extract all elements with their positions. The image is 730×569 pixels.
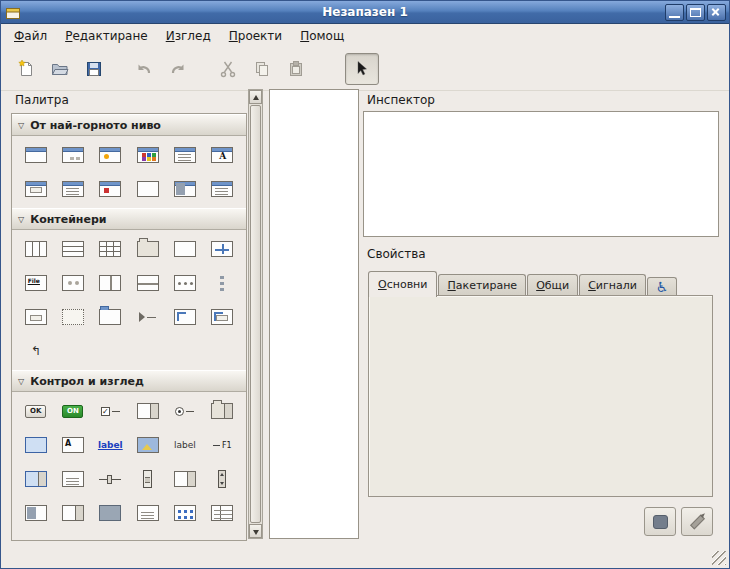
palette-item-aspect-frame[interactable] <box>205 306 239 328</box>
spin-button-icon <box>174 471 196 487</box>
tree-view-icon <box>211 505 233 521</box>
maximize-button[interactable] <box>686 4 705 21</box>
palette-item-scrolled-window[interactable] <box>56 306 90 328</box>
palette-item-tree-view[interactable] <box>205 502 239 524</box>
properties-actions <box>644 507 713 536</box>
palette-item-vbuttonbox[interactable] <box>205 272 239 294</box>
palette-item-handle-box[interactable] <box>131 306 165 328</box>
minimize-button[interactable] <box>665 4 684 21</box>
palette-item-alignment[interactable] <box>168 306 202 328</box>
palette-item-button[interactable]: OK <box>19 400 53 422</box>
palette-item-link-button[interactable]: label <box>93 434 127 456</box>
scroll-up-arrow-icon[interactable] <box>249 90 262 104</box>
palette-item-list[interactable] <box>131 502 165 524</box>
palette-item-input-dialog[interactable] <box>19 178 53 200</box>
palette-item-hbuttonbox[interactable] <box>168 272 202 294</box>
scroll-down-arrow-icon[interactable] <box>249 524 262 538</box>
palette-item-hseparator[interactable] <box>93 502 127 524</box>
palette-item-layout[interactable] <box>205 238 239 260</box>
palette-item-notebook[interactable] <box>93 306 127 328</box>
text-view-icon: A <box>62 437 84 453</box>
palette-item-radio-button[interactable] <box>168 400 202 422</box>
properties-edit-button[interactable] <box>681 507 713 536</box>
palette-item-vbox[interactable] <box>56 238 90 260</box>
palette-item-utility-window[interactable] <box>131 178 165 200</box>
palette-item-color-dialog[interactable] <box>168 178 202 200</box>
palette-item-label[interactable]: label <box>168 434 202 456</box>
palette-item-viewport[interactable] <box>19 306 53 328</box>
palette-item-toolbar[interactable] <box>56 272 90 294</box>
tab-accessibility[interactable]: ♿ <box>647 277 678 296</box>
redo-icon <box>168 59 188 79</box>
resize-grip[interactable] <box>712 551 726 565</box>
palette-item-table[interactable] <box>93 238 127 260</box>
palette-item-option-menu[interactable] <box>205 400 239 422</box>
option-menu-icon <box>211 403 233 419</box>
tab-general[interactable]: Основни <box>368 271 437 297</box>
palette-item-about-dialog[interactable] <box>93 178 127 200</box>
selector-button[interactable] <box>345 53 379 85</box>
file-selection-dialog-icon <box>174 147 196 163</box>
palette-item-color-selection-dialog[interactable] <box>131 144 165 166</box>
copy-icon <box>252 59 272 79</box>
palette-item-curve[interactable]: ↰ <box>19 340 53 362</box>
palette-item-hscale[interactable] <box>93 468 127 490</box>
properties-apply-button[interactable] <box>644 507 676 536</box>
menu-help[interactable]: Помощ <box>291 26 353 46</box>
close-button[interactable] <box>707 4 726 21</box>
tab-common-accel: О <box>536 279 545 292</box>
properties-panel <box>368 295 713 497</box>
palette-item-fixed[interactable] <box>168 238 202 260</box>
palette-section-toplevel-header[interactable]: ▽ От най-горното ниво <box>12 114 246 136</box>
menu-edit[interactable]: Редактиране <box>56 26 157 46</box>
palette-item-vscale[interactable] <box>131 468 165 490</box>
palette-item-spin-button[interactable] <box>168 468 202 490</box>
tab-common[interactable]: Общи <box>527 274 578 296</box>
palette-item-frame[interactable] <box>131 238 165 260</box>
palette-item-combo-box[interactable] <box>131 400 165 422</box>
radio-label-line <box>186 411 194 412</box>
palette-item-hpaned[interactable] <box>93 272 127 294</box>
checkbox-label-line <box>112 411 120 412</box>
palette-item-text-window[interactable] <box>205 178 239 200</box>
menu-projects[interactable]: Проекти <box>220 26 291 46</box>
palette-item-dialog[interactable] <box>56 144 90 166</box>
menu-view[interactable]: Изглед <box>157 26 220 46</box>
table-icon <box>99 241 121 257</box>
palette-item-combo-box-entry[interactable] <box>19 468 53 490</box>
palette-item-hbox[interactable] <box>19 238 53 260</box>
palette-item-text-box[interactable] <box>56 468 90 490</box>
menu-file[interactable]: Файл <box>5 26 56 46</box>
palette-item-icon-view[interactable] <box>168 502 202 524</box>
tab-signals[interactable]: Сигнали <box>579 274 646 296</box>
palette-section-containers-header[interactable]: ▽ Контейнери <box>12 208 246 230</box>
message-dialog-icon <box>99 147 121 163</box>
palette-item-menubar[interactable]: File <box>19 272 53 294</box>
palette-item-vpaned[interactable] <box>131 272 165 294</box>
palette-item-progress-bar[interactable] <box>19 502 53 524</box>
palette-item-check-button[interactable]: ✓ <box>93 400 127 422</box>
palette-item-statusbar[interactable] <box>56 502 90 524</box>
scrollbar-thumb[interactable] <box>250 105 261 523</box>
palette-item-file-selection-dialog[interactable] <box>168 144 202 166</box>
palette-item-entry[interactable] <box>19 434 53 456</box>
menu-help-rest: омощ <box>309 29 344 43</box>
new-project-button[interactable] <box>9 53 43 85</box>
tab-packing[interactable]: Пакетиране <box>438 274 526 296</box>
palette-item-text-view[interactable]: A <box>56 434 90 456</box>
fixed-icon <box>174 241 196 257</box>
palette-item-accel-label[interactable]: F1 <box>205 434 239 456</box>
palette-item-file-chooser-dialog[interactable] <box>56 178 90 200</box>
palette-item-vscrollbar[interactable] <box>205 468 239 490</box>
palette-scrollbar[interactable] <box>248 89 263 539</box>
palette-item-message-dialog[interactable] <box>93 144 127 166</box>
design-canvas[interactable] <box>269 89 359 539</box>
palette-item-font-selection-dialog[interactable]: A <box>205 144 239 166</box>
save-project-button[interactable] <box>77 53 111 85</box>
open-project-button[interactable] <box>43 53 77 85</box>
palette-item-window[interactable] <box>19 144 53 166</box>
palette-item-image[interactable] <box>131 434 165 456</box>
palette-section-controls-header[interactable]: ▽ Контрол и изглед <box>12 370 246 392</box>
inspector-tree[interactable] <box>363 111 719 237</box>
palette-item-toggle-button[interactable]: ON <box>56 400 90 422</box>
